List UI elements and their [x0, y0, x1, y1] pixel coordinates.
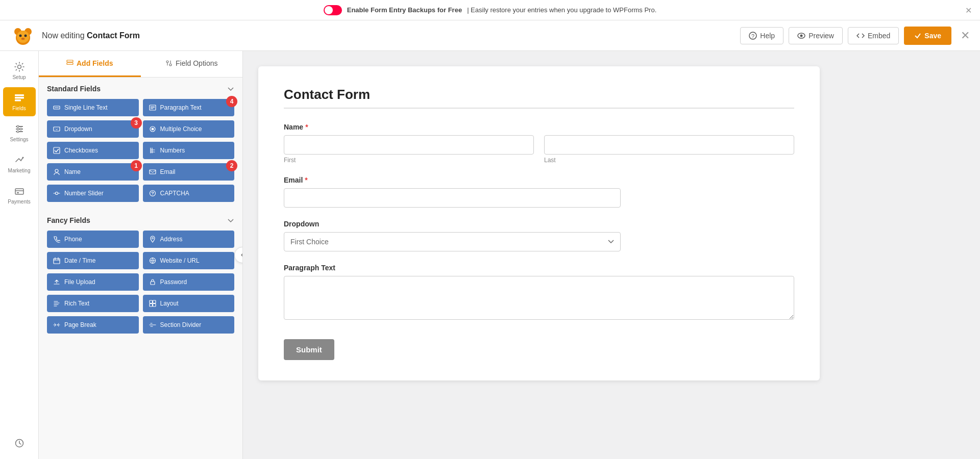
- field-btn-single-line-text[interactable]: Single Line Text: [47, 99, 139, 116]
- standard-fields-collapse-icon: [227, 85, 234, 92]
- name-first-input[interactable]: [284, 135, 534, 155]
- page-break-icon: [53, 321, 60, 328]
- field-btn-checkboxes[interactable]: Checkboxes: [47, 142, 139, 159]
- field-btn-dropdown[interactable]: Dropdown 3: [47, 120, 139, 138]
- tab-field-options[interactable]: Field Options: [141, 51, 243, 77]
- name-row: First Last: [284, 135, 794, 164]
- svg-point-38: [56, 192, 58, 195]
- sidebar-item-history[interactable]: [3, 432, 36, 454]
- fancy-fields-grid: Phone Address Date / Time Website / URL: [47, 231, 234, 334]
- dropdown-label: Dropdown: [284, 220, 794, 228]
- field-btn-section-divider[interactable]: Section Divider: [143, 316, 235, 334]
- paragraph-text-icon: [149, 104, 156, 111]
- header-title: Now editing Contact Form: [42, 31, 140, 40]
- svg-point-4: [19, 34, 22, 37]
- add-fields-tab-icon: [66, 60, 74, 67]
- embed-icon: [856, 32, 865, 40]
- field-btn-multiple-choice[interactable]: Multiple Choice: [143, 120, 235, 138]
- svg-text:?: ?: [751, 33, 754, 39]
- field-btn-paragraph-text[interactable]: Paragraph Text 4: [143, 99, 235, 116]
- email-badge: 2: [226, 160, 237, 171]
- field-btn-website-url[interactable]: Website / URL: [143, 252, 235, 269]
- save-icon: [914, 32, 921, 39]
- svg-rect-27: [67, 63, 73, 65]
- svg-rect-32: [54, 127, 60, 131]
- layout-icon: [149, 300, 156, 307]
- header-actions: ? Help Preview Embed Save ✕: [740, 27, 970, 45]
- sidebar-item-marketing[interactable]: Marketing: [3, 149, 36, 178]
- email-input[interactable]: [284, 188, 621, 208]
- svg-rect-44: [151, 282, 155, 285]
- embed-button[interactable]: Embed: [848, 27, 899, 44]
- tab-add-fields[interactable]: Add Fields: [39, 51, 141, 77]
- numbers-icon: [149, 147, 156, 154]
- svg-rect-14: [15, 97, 24, 99]
- fields-panel: Add Fields Field Options Standard Fields…: [39, 51, 243, 459]
- captcha-icon: [149, 190, 156, 197]
- paragraph-textarea[interactable]: [284, 276, 794, 320]
- payments-icon: [14, 186, 25, 197]
- submit-button[interactable]: Submit: [284, 339, 334, 360]
- name-icon: [53, 168, 60, 175]
- dropdown-icon: [53, 125, 60, 133]
- multiple-choice-icon: [149, 125, 156, 133]
- sidebar-item-payments[interactable]: Payments: [3, 181, 36, 210]
- field-btn-email[interactable]: Email 2: [143, 163, 235, 181]
- panel-collapse-icon: [240, 252, 243, 258]
- svg-rect-23: [15, 189, 23, 194]
- form-canvas: Contact Form Name * First Last: [243, 51, 980, 459]
- field-btn-phone[interactable]: Phone: [47, 231, 139, 248]
- notif-close-icon[interactable]: ✕: [965, 5, 972, 15]
- sidebar-item-setup[interactable]: Setup: [3, 56, 36, 85]
- main-layout: Setup Fields Settings: [0, 51, 980, 459]
- svg-point-7: [22, 38, 24, 39]
- address-icon: [149, 236, 156, 243]
- dropdown-select[interactable]: First Choice: [284, 232, 621, 251]
- field-btn-page-break[interactable]: Page Break: [47, 316, 139, 334]
- svg-point-11: [800, 34, 803, 37]
- email-label: Email *: [284, 176, 794, 184]
- backup-toggle[interactable]: [324, 5, 342, 15]
- field-btn-file-upload[interactable]: File Upload: [47, 273, 139, 291]
- field-btn-numbers[interactable]: Numbers: [143, 142, 235, 159]
- panel-tabs: Add Fields Field Options: [39, 51, 242, 78]
- password-icon: [149, 278, 156, 286]
- svg-point-5: [24, 34, 27, 37]
- sidebar-item-fields[interactable]: Fields: [3, 87, 36, 116]
- field-btn-rich-text[interactable]: Rich Text: [47, 295, 139, 312]
- svg-rect-48: [153, 304, 156, 307]
- logo-icon: [12, 24, 34, 47]
- svg-rect-45: [150, 300, 153, 303]
- dropdown-badge: 3: [131, 117, 142, 129]
- name-last-sublabel: Last: [544, 157, 794, 164]
- field-btn-password[interactable]: Password: [143, 273, 235, 291]
- form-field-email: Email *: [284, 176, 794, 208]
- name-last-input[interactable]: [544, 135, 794, 155]
- checkboxes-icon: [53, 147, 60, 154]
- field-btn-address[interactable]: Address: [143, 231, 235, 248]
- notif-subtext: | Easily restore your entries when you u…: [467, 6, 656, 14]
- save-button[interactable]: Save: [904, 27, 951, 45]
- close-button[interactable]: ✕: [961, 29, 970, 42]
- fields-icon: [14, 92, 25, 104]
- sidebar-item-settings[interactable]: Settings: [3, 118, 36, 147]
- help-button[interactable]: ? Help: [740, 27, 783, 44]
- field-btn-number-slider[interactable]: Number Slider: [47, 185, 139, 202]
- field-btn-name[interactable]: Name 1: [47, 163, 139, 181]
- form-field-paragraph: Paragraph Text: [284, 264, 794, 322]
- field-btn-layout[interactable]: Layout: [143, 295, 235, 312]
- date-time-icon: [53, 257, 60, 264]
- standard-fields-header[interactable]: Standard Fields: [47, 85, 234, 93]
- field-btn-captcha[interactable]: CAPTCHA: [143, 185, 235, 202]
- file-upload-icon: [53, 278, 60, 286]
- fancy-fields-header[interactable]: Fancy Fields: [47, 216, 234, 224]
- svg-rect-24: [17, 192, 19, 193]
- standard-fields-grid: Single Line Text Paragraph Text 4 Dropdo…: [47, 99, 234, 202]
- svg-point-21: [17, 131, 19, 133]
- notification-bar: Enable Form Entry Backups for Free | Eas…: [0, 0, 980, 20]
- field-btn-date-time[interactable]: Date / Time: [47, 252, 139, 269]
- preview-button[interactable]: Preview: [789, 27, 843, 44]
- form-field-name: Name * First Last: [284, 123, 794, 164]
- history-icon: [14, 438, 25, 449]
- sidebar-icons: Setup Fields Settings: [0, 51, 39, 459]
